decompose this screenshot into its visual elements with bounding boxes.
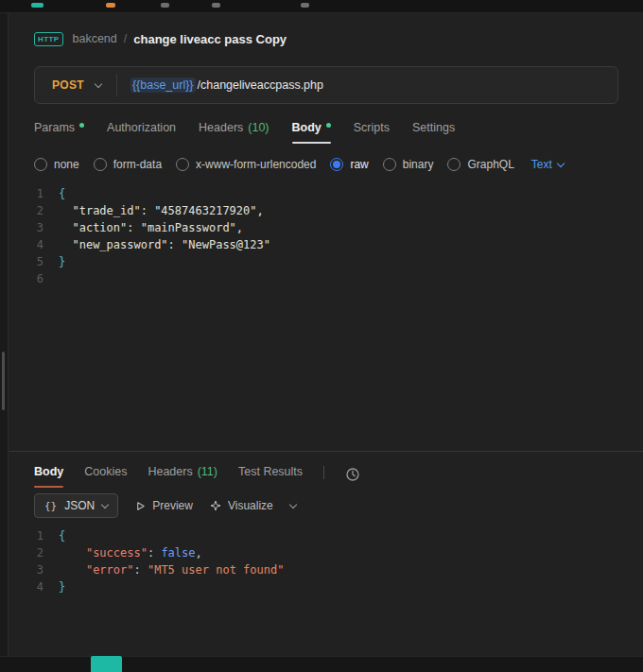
green-dot-icon (326, 123, 331, 128)
tab-label: Headers (199, 121, 243, 134)
line-number: 2 (9, 202, 59, 219)
request-body-editor[interactable]: 1{2 "trade_id": "4587463217920",3 "actio… (9, 185, 643, 451)
breadcrumb: HTTP bakcend / change liveacc pass Copy (9, 28, 643, 49)
code-text: { (59, 527, 65, 544)
response-tab-test-results[interactable]: Test Results (238, 461, 303, 488)
tab-label: Headers (148, 465, 192, 478)
window-tab-accent-icon (212, 3, 220, 8)
request-tab-headers[interactable]: Headers(10) (199, 117, 269, 144)
code-text: "action": "mainPassword", (59, 219, 243, 236)
visualize-button[interactable]: Visualize (210, 499, 273, 512)
line-number: 5 (9, 253, 59, 270)
line-number: 3 (9, 561, 59, 578)
body-type-none[interactable]: none (34, 158, 79, 171)
request-tab-params[interactable]: Params (34, 117, 84, 144)
radio-label: raw (350, 158, 368, 171)
url-variable: {{base_url}} (130, 78, 196, 93)
code-text: "success": false, (59, 544, 202, 561)
raw-format-label: Text (531, 158, 552, 171)
code-text: "trade_id": "4587463217920", (59, 202, 264, 219)
response-tab-headers[interactable]: Headers(11) (148, 461, 217, 488)
body-type-x-www-form-urlencoded[interactable]: x-www-form-urlencoded (176, 158, 316, 171)
format-label: JSON (64, 499, 95, 512)
tab-label: Settings (412, 121, 455, 134)
response-tab-cookies[interactable]: Cookies (84, 461, 127, 488)
body-type-graphql[interactable]: GraphQL (447, 158, 513, 171)
code-line: 4} (9, 578, 643, 595)
code-line: 3 "error": "MT5 user not found" (9, 561, 643, 578)
request-tabs: ParamsAuthorizationHeaders(10)BodyScript… (34, 115, 618, 144)
radio-icon (34, 158, 47, 171)
method-label: POST (52, 78, 84, 92)
line-number: 3 (9, 219, 59, 236)
line-number: 1 (9, 185, 59, 202)
bottom-bar (0, 656, 643, 672)
tab-label: Body (34, 465, 63, 478)
response-toolbar: {} JSON Preview Visualize (34, 491, 618, 520)
line-number: 6 (9, 270, 59, 287)
response-tab-body[interactable]: Body (34, 461, 63, 488)
breadcrumb-collection[interactable]: bakcend (73, 32, 117, 45)
http-request-icon: HTTP (34, 32, 63, 46)
window-tab-accent-icon (106, 3, 115, 8)
preview-button[interactable]: Preview (135, 499, 193, 512)
line-number: 4 (9, 578, 59, 595)
body-type-form-data[interactable]: form-data (94, 158, 162, 171)
body-type-row: noneform-datax-www-form-urlencodedrawbin… (34, 153, 624, 176)
radio-icon (447, 158, 461, 171)
window-tab-accent-icon (31, 3, 43, 8)
response-history-clock-icon[interactable] (345, 467, 360, 482)
code-line: 6 (9, 270, 643, 287)
main-content: HTTP bakcend / change liveacc pass Copy … (9, 28, 643, 652)
preview-label: Preview (152, 499, 193, 512)
raw-format-selector[interactable]: Text (531, 158, 564, 171)
response-tabs: BodyCookiesHeaders(11)Test Results (34, 459, 303, 488)
code-text: } (59, 253, 65, 270)
code-line: 3 "action": "mainPassword", (9, 219, 643, 236)
visualize-label: Visualize (228, 499, 273, 512)
method-selector[interactable]: POST (35, 67, 116, 103)
code-text: } (59, 578, 65, 595)
request-tab-authorization[interactable]: Authorization (107, 117, 176, 144)
request-tab-body[interactable]: Body (292, 117, 331, 144)
tab-label: Params (34, 121, 75, 134)
top-strip (0, 0, 643, 13)
chevron-down-icon (101, 501, 109, 508)
window-tab-accent-icon (301, 3, 309, 8)
line-number: 1 (9, 527, 59, 544)
url-input[interactable]: {{base_url}} /changeliveaccpass.php (130, 78, 323, 93)
body-type-options: noneform-datax-www-form-urlencodedrawbin… (34, 158, 514, 171)
tab-label: Authorization (107, 121, 176, 134)
response-format-button[interactable]: {} JSON (34, 493, 118, 518)
radio-icon (176, 158, 189, 171)
radio-label: form-data (113, 158, 162, 171)
bottom-bar-teal-button[interactable] (91, 656, 122, 672)
request-tab-scripts[interactable]: Scripts (354, 117, 390, 144)
url-path: /changeliveaccpass.php (198, 78, 323, 92)
radio-label: binary (403, 158, 434, 171)
code-line: 5} (9, 253, 643, 270)
divider (116, 74, 117, 96)
radio-icon (383, 158, 396, 171)
tab-label: Cookies (84, 465, 127, 478)
visualize-icon (210, 500, 221, 511)
radio-icon (330, 158, 343, 171)
tab-label: Test Results (238, 465, 303, 478)
radio-label: GraphQL (467, 158, 513, 171)
preview-icon (135, 501, 146, 511)
line-number: 2 (9, 544, 59, 561)
code-line: 2 "trade_id": "4587463217920", (9, 202, 643, 219)
response-body-editor[interactable]: 1{2 "success": false,3 "error": "MT5 use… (9, 520, 643, 652)
scrollbar-thumb[interactable] (2, 352, 5, 410)
left-sidebar-edge (0, 13, 9, 672)
chevron-down-icon (557, 160, 565, 167)
body-type-binary[interactable]: binary (383, 158, 434, 171)
code-line: 2 "success": false, (9, 544, 643, 561)
body-type-raw[interactable]: raw (330, 158, 368, 171)
tab-label: Scripts (354, 121, 390, 134)
request-tab-settings[interactable]: Settings (412, 117, 455, 144)
visualize-options-chevron-icon[interactable] (289, 501, 297, 508)
braces-icon: {} (44, 500, 57, 512)
tab-label: Body (292, 121, 322, 134)
radio-label: x-www-form-urlencoded (196, 158, 316, 171)
